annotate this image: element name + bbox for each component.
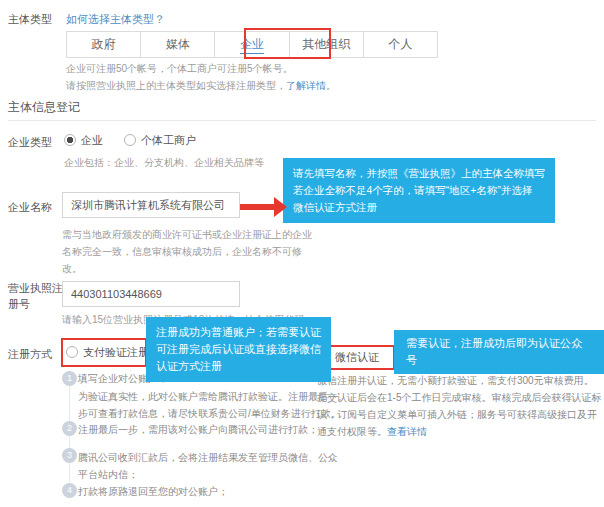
radio-enterprise-label: 企业 (81, 134, 103, 146)
company-type-label: 企业类型 (8, 135, 52, 150)
company-name-tooltip: 请先填写名称，并按照《营业执照》上的主体全称填写 若企业全称不足4个字的，请填写… (283, 158, 555, 223)
step-3-text: 腾讯公司收到汇款后，会将注册结果发至管理员微信、公众平台站内信； (78, 449, 344, 483)
company-type-note: 企业包括：企业、分支机构、企业相关品牌等 (64, 156, 264, 170)
step-2-badge: 2 (62, 421, 77, 436)
subject-type-note1: 企业可注册50个帐号，个体工商户可注册5个帐号。 (66, 62, 293, 76)
wechat-verify-description: 微信注册并认证，无需小额打款验证，需支付300元审核费用。提交认证后会在1-5个… (317, 372, 603, 440)
subject-type-tabs: 政府 媒体 企业 其他组织 个人 (66, 31, 438, 58)
radio-individual[interactable] (124, 134, 136, 146)
view-details-link[interactable]: 查看详情 (387, 426, 427, 437)
step-2-text: 注册最后一步，需用该对公账户向腾讯公司进行打款； (78, 423, 318, 437)
learn-more-link[interactable]: 了解详情 (286, 80, 326, 91)
company-name-input[interactable] (62, 192, 240, 218)
company-type-radios: 企业 个体工商户 (64, 133, 196, 148)
registration-form: 主体类型 如何选择主体类型？ 政府 媒体 企业 其他组织 个人 企业可注册50个… (0, 0, 604, 507)
tab-enterprise[interactable]: 企业 (214, 32, 288, 57)
radio-individual-label: 个体工商户 (141, 134, 196, 146)
tab-government[interactable]: 政府 (67, 32, 140, 57)
tab-media[interactable]: 媒体 (140, 32, 214, 57)
radio-pay-verify[interactable] (66, 346, 78, 358)
section-divider (8, 120, 596, 121)
step-4-badge: 4 (62, 483, 77, 498)
license-input[interactable] (62, 281, 240, 307)
subject-type-label: 主体类型 (8, 12, 52, 27)
step-1-badge: 1 (62, 371, 77, 386)
step-3-badge: 3 (62, 448, 77, 463)
subject-type-note2: 请按照营业执照上的主体类型如实选择注册类型，了解详情。 (66, 79, 336, 93)
tab-other-org[interactable]: 其他组织 (289, 32, 363, 57)
section-title: 主体信息登记 (8, 99, 80, 116)
how-to-choose-link[interactable]: 如何选择主体类型？ (66, 12, 165, 27)
step-4-text: 打款将原路退回至您的对公账户； (78, 485, 228, 499)
wechat-verify-tooltip: 需要认证，注册成功后即为认证公众号 (394, 330, 604, 374)
wechat-verify-label: 微信认证 (335, 351, 379, 363)
company-name-note: 需与当地政府颁发的商业许可证书或企业注册证上的企业名称完全一致，信息审核审核成功… (62, 226, 316, 277)
tab-personal[interactable]: 个人 (363, 32, 437, 57)
pay-verify-option: 支付验证注册 (66, 345, 149, 360)
radio-enterprise[interactable] (64, 134, 76, 146)
red-arrowhead-icon (274, 197, 287, 217)
red-arrow-icon (240, 204, 276, 210)
license-label: 营业执照注册号 (8, 280, 65, 312)
pay-verify-tooltip: 注册成功为普通账户；若需要认证 可注册完成后认证或直接选择微信 认证方式注册 (146, 317, 331, 382)
pay-verify-label: 支付验证注册 (83, 346, 149, 358)
step-1-subtext: 为验证真实性，此对公账户需给腾讯打款验证。注册最后一步可查看打款信息，请尽快联系… (78, 388, 342, 422)
company-name-label: 企业名称 (8, 200, 52, 215)
register-method-label: 注册方式 (8, 347, 52, 362)
